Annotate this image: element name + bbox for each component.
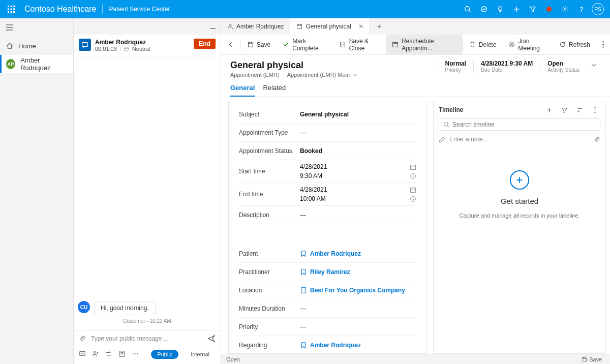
svg-line-21 — [83, 47, 84, 48]
attach-icon[interactable] — [79, 335, 86, 342]
record-header: General physical Appointment (EMR) · App… — [221, 55, 610, 78]
svg-point-25 — [127, 48, 127, 48]
clock-icon[interactable] — [410, 173, 416, 179]
timeline-search[interactable] — [439, 118, 600, 131]
svg-point-27 — [94, 352, 96, 354]
record-entity: Appointment (EMR) — [230, 72, 280, 78]
task-icon[interactable] — [476, 0, 492, 18]
val-loc[interactable]: Best For You Organics Company — [300, 284, 416, 297]
chevron-down-icon[interactable] — [353, 73, 357, 77]
refresh-button[interactable]: Refresh — [553, 35, 596, 55]
back-button[interactable] — [221, 35, 240, 55]
tab-appointment[interactable]: General physical ✕ — [290, 18, 370, 35]
tab-related[interactable]: Related — [263, 80, 286, 97]
val-pract[interactable]: Riley Ramirez — [300, 265, 416, 279]
svg-rect-5 — [13, 9, 15, 10]
save-button[interactable]: Save — [241, 35, 277, 55]
svg-point-46 — [602, 41, 603, 42]
timeline-filter-icon[interactable] — [559, 104, 570, 115]
overflow-button[interactable] — [596, 35, 610, 55]
timeline-add-icon[interactable] — [543, 104, 555, 115]
chat-input[interactable] — [91, 335, 202, 342]
val-appt-status[interactable]: Booked — [300, 144, 416, 158]
reschedule-button[interactable]: Reschedule Appointm... — [386, 35, 463, 55]
delete-button[interactable]: Delete — [463, 35, 503, 55]
minimize-icon[interactable] — [209, 23, 217, 30]
nav-home[interactable]: Home — [0, 37, 73, 55]
statusbar-save-button[interactable]: Save — [578, 356, 605, 362]
home-icon — [6, 42, 13, 49]
help-icon[interactable] — [573, 0, 590, 18]
tab-general[interactable]: General — [230, 80, 255, 97]
val-prio[interactable]: --- — [300, 320, 416, 333]
internal-toggle[interactable]: Internal — [185, 350, 216, 359]
transfer-icon[interactable] — [105, 350, 112, 358]
val-desc[interactable]: --- — [300, 208, 416, 222]
empty-title: Get started — [501, 197, 538, 205]
notes-icon[interactable] — [118, 350, 126, 358]
val-appt-type[interactable]: --- — [300, 126, 416, 139]
status-label: Open — [226, 356, 240, 362]
attach-icon[interactable] — [594, 136, 600, 143]
mark-complete-label: Mark Complete — [292, 38, 327, 52]
refresh-label: Refresh — [569, 41, 590, 48]
get-started-button[interactable] — [510, 170, 529, 190]
val-start-time[interactable]: 9:30 AM — [300, 172, 410, 179]
lightbulb-icon[interactable] — [492, 0, 508, 18]
close-icon[interactable]: ✕ — [358, 23, 363, 30]
timeline-note[interactable]: Enter a note... — [439, 134, 600, 145]
search-icon[interactable] — [460, 0, 476, 18]
val-start-date[interactable]: 4/28/2021 — [300, 163, 410, 170]
tab-patient[interactable]: Amber Rodriquez — [221, 18, 290, 35]
calendar-icon[interactable] — [410, 164, 416, 170]
val-end-time[interactable]: 10:00 AM — [300, 195, 410, 202]
svg-rect-42 — [393, 42, 398, 47]
hamburger-icon[interactable] — [0, 18, 73, 37]
quick-reply-icon[interactable] — [79, 350, 86, 358]
mark-complete-button[interactable]: Mark Complete — [277, 35, 333, 55]
svg-point-45 — [511, 43, 512, 44]
timeline-search-input[interactable] — [452, 121, 596, 128]
add-icon[interactable] — [508, 0, 525, 18]
settings-icon[interactable] — [557, 0, 573, 18]
timeline-title: Timeline — [439, 106, 539, 113]
chat-channel-icon — [79, 39, 91, 51]
svg-rect-26 — [80, 352, 85, 356]
lbl-appt-status: Appointment Status — [239, 147, 300, 155]
public-toggle[interactable]: Public — [151, 350, 178, 359]
more-icon[interactable] — [132, 350, 139, 358]
save-close-button[interactable]: Save & Close — [333, 35, 386, 55]
svg-point-33 — [137, 353, 138, 354]
search-icon — [443, 122, 449, 128]
send-icon[interactable] — [207, 335, 216, 343]
presence-indicator[interactable] — [541, 0, 557, 18]
timeline-empty-state: Get started Capture and manage all recor… — [434, 150, 605, 353]
chat-contact-card: Amber Rodriquez 00:01:03 Neutral End — [74, 35, 221, 56]
svg-point-67 — [594, 112, 595, 113]
svg-rect-3 — [8, 9, 9, 10]
clock-icon[interactable] — [410, 196, 416, 202]
nav-session-label: Amber Rodriquez — [20, 56, 67, 72]
timeline-more-icon[interactable] — [589, 104, 600, 115]
val-subject[interactable]: General physical — [300, 108, 416, 121]
svg-rect-8 — [13, 11, 15, 13]
calendar-icon[interactable] — [410, 187, 416, 193]
end-button[interactable]: End — [194, 39, 216, 49]
val-patient[interactable]: Amber Rodriquez — [300, 247, 416, 260]
nav-active-session[interactable]: AR Amber Rodriquez — [0, 55, 73, 73]
user-avatar[interactable]: PS — [590, 0, 606, 18]
filter-icon[interactable] — [525, 0, 541, 18]
val-end-date[interactable]: 4/28/2021 — [300, 186, 410, 193]
app-launcher-icon[interactable] — [4, 0, 18, 18]
expand-header-icon[interactable] — [587, 60, 601, 70]
chat-timer: 00:01:03 — [95, 46, 117, 52]
lbl-pract: Practitioner — [239, 268, 300, 276]
lbl-reg: Regarding — [239, 342, 300, 349]
val-reg[interactable]: Amber Rodriquez — [300, 339, 416, 352]
join-meeting-button[interactable]: Join Meeting — [502, 35, 553, 55]
val-dur[interactable]: --- — [300, 302, 416, 315]
new-tab-button[interactable] — [370, 18, 388, 35]
consult-icon[interactable] — [92, 350, 99, 358]
svg-rect-49 — [411, 165, 416, 169]
timeline-sort-icon[interactable] — [574, 104, 585, 115]
